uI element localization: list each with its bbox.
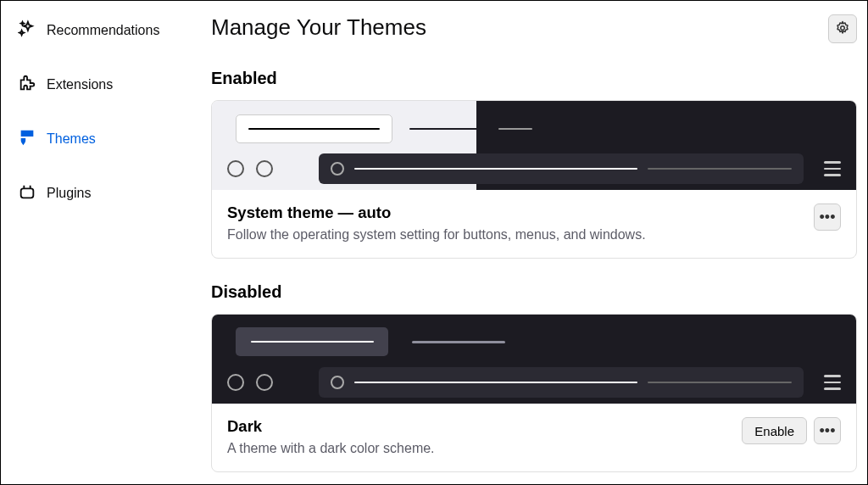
ellipsis-icon: ••• xyxy=(820,422,836,440)
sidebar-item-label: Extensions xyxy=(47,77,113,92)
theme-description: Follow the operating system setting for … xyxy=(227,227,646,242)
hamburger-icon xyxy=(824,375,841,390)
hamburger-icon xyxy=(824,161,841,176)
theme-preview xyxy=(212,101,856,190)
settings-button[interactable] xyxy=(828,14,857,43)
theme-name: System theme — auto xyxy=(227,203,646,222)
svg-rect-0 xyxy=(21,188,34,198)
gear-icon xyxy=(835,20,850,38)
sidebar-item-extensions[interactable]: Extensions xyxy=(8,65,198,104)
sidebar-item-label: Themes xyxy=(47,131,96,147)
svg-point-1 xyxy=(841,25,845,30)
sidebar-item-recommendations[interactable]: Recommendations xyxy=(8,11,198,50)
more-options-button[interactable]: ••• xyxy=(814,203,841,231)
theme-name: Dark xyxy=(227,417,435,436)
sidebar-item-themes[interactable]: Themes xyxy=(8,120,198,159)
disabled-section-title: Disabled xyxy=(211,282,857,302)
ellipsis-icon: ••• xyxy=(820,209,836,226)
enable-button[interactable]: Enable xyxy=(742,417,807,444)
sidebar-item-label: Recommendations xyxy=(47,23,159,38)
more-options-button[interactable]: ••• xyxy=(814,417,841,444)
puzzle-icon xyxy=(18,74,36,96)
main-content: Manage Your Themes Enabled xyxy=(204,1,867,484)
theme-preview xyxy=(212,315,856,404)
theme-description: A theme with a dark color scheme. xyxy=(227,441,435,456)
page-title: Manage Your Themes xyxy=(211,14,426,41)
paintbrush-icon xyxy=(18,128,36,150)
theme-card-dark: Dark A theme with a dark color scheme. E… xyxy=(211,314,857,472)
enabled-section-title: Enabled xyxy=(211,69,857,88)
sparkle-icon xyxy=(18,20,36,42)
theme-card-system: System theme — auto Follow the operating… xyxy=(211,100,857,259)
sidebar-item-plugins[interactable]: Plugins xyxy=(8,174,198,213)
sidebar-item-label: Plugins xyxy=(47,186,91,201)
sidebar: Recommendations Extensions Themes Plugin… xyxy=(1,1,204,484)
plug-icon xyxy=(18,182,36,204)
